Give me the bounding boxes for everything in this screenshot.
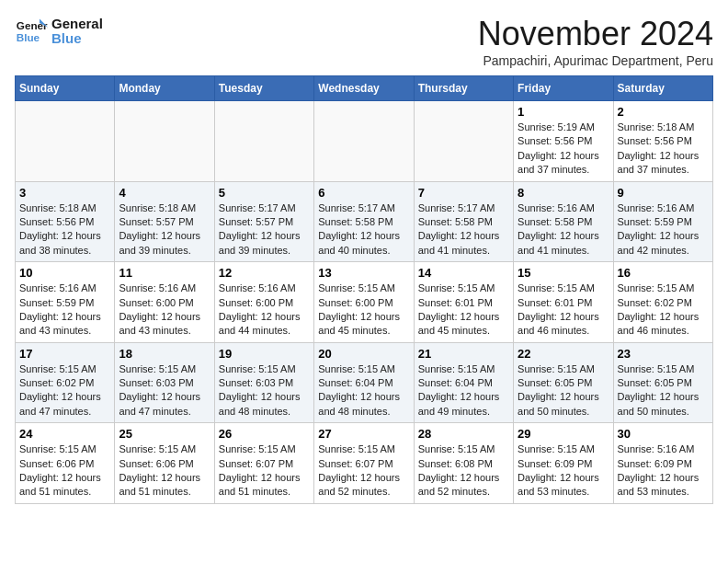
calendar-cell: 2Sunrise: 5:18 AM Sunset: 5:56 PM Daylig… [613, 101, 712, 182]
weekday-header: Sunday [16, 76, 115, 101]
day-number: 25 [119, 427, 210, 441]
day-info: Sunrise: 5:18 AM Sunset: 5:56 PM Dayligh… [618, 121, 709, 178]
svg-text:General: General [17, 19, 48, 31]
calendar-cell: 13Sunrise: 5:15 AM Sunset: 6:00 PM Dayli… [314, 262, 414, 343]
day-info: Sunrise: 5:15 AM Sunset: 6:05 PM Dayligh… [618, 362, 709, 419]
calendar-cell: 24Sunrise: 5:15 AM Sunset: 6:06 PM Dayli… [16, 423, 115, 504]
calendar-week-row: 17Sunrise: 5:15 AM Sunset: 6:02 PM Dayli… [16, 342, 713, 423]
calendar-cell [214, 101, 313, 182]
weekday-header: Tuesday [214, 76, 313, 101]
day-info: Sunrise: 5:16 AM Sunset: 5:59 PM Dayligh… [19, 282, 110, 339]
day-info: Sunrise: 5:15 AM Sunset: 6:08 PM Dayligh… [418, 442, 509, 500]
day-number: 9 [618, 186, 709, 200]
day-number: 17 [19, 347, 110, 361]
calendar-cell: 9Sunrise: 5:16 AM Sunset: 5:59 PM Daylig… [613, 181, 712, 262]
calendar-cell: 6Sunrise: 5:17 AM Sunset: 5:58 PM Daylig… [314, 181, 414, 262]
day-info: Sunrise: 5:17 AM Sunset: 5:58 PM Dayligh… [318, 201, 409, 259]
calendar-cell: 30Sunrise: 5:16 AM Sunset: 6:09 PM Dayli… [613, 423, 712, 504]
day-number: 24 [19, 427, 110, 441]
calendar-cell: 16Sunrise: 5:15 AM Sunset: 6:02 PM Dayli… [613, 262, 712, 343]
day-number: 3 [19, 186, 110, 200]
day-number: 19 [219, 347, 310, 361]
day-number: 16 [618, 266, 709, 280]
day-info: Sunrise: 5:15 AM Sunset: 6:04 PM Dayligh… [418, 362, 509, 419]
day-info: Sunrise: 5:15 AM Sunset: 6:05 PM Dayligh… [518, 362, 609, 419]
day-info: Sunrise: 5:15 AM Sunset: 6:01 PM Dayligh… [518, 282, 609, 339]
calendar-cell: 5Sunrise: 5:17 AM Sunset: 5:57 PM Daylig… [214, 181, 313, 262]
calendar-cell: 4Sunrise: 5:18 AM Sunset: 5:57 PM Daylig… [115, 181, 214, 262]
page-header: General Blue General Blue November 2024 … [15, 15, 713, 68]
day-number: 27 [318, 427, 409, 441]
day-info: Sunrise: 5:16 AM Sunset: 5:59 PM Dayligh… [618, 201, 709, 259]
location-subtitle: Pampachiri, Apurimac Department, Peru [478, 53, 713, 68]
logo: General Blue General Blue [15, 15, 103, 48]
weekday-header: Friday [514, 76, 613, 101]
calendar-cell: 7Sunrise: 5:17 AM Sunset: 5:58 PM Daylig… [414, 181, 513, 262]
logo-icon: General Blue [15, 15, 48, 48]
day-number: 28 [418, 427, 509, 441]
logo-line1: General [51, 17, 103, 32]
calendar-cell: 26Sunrise: 5:15 AM Sunset: 6:07 PM Dayli… [214, 423, 313, 504]
weekday-header: Monday [115, 76, 214, 101]
calendar-cell: 15Sunrise: 5:15 AM Sunset: 6:01 PM Dayli… [514, 262, 613, 343]
calendar-cell: 28Sunrise: 5:15 AM Sunset: 6:08 PM Dayli… [414, 423, 513, 504]
day-info: Sunrise: 5:16 AM Sunset: 6:00 PM Dayligh… [119, 282, 210, 339]
day-info: Sunrise: 5:15 AM Sunset: 6:00 PM Dayligh… [318, 282, 409, 339]
day-info: Sunrise: 5:16 AM Sunset: 5:58 PM Dayligh… [518, 201, 609, 259]
day-info: Sunrise: 5:15 AM Sunset: 6:03 PM Dayligh… [119, 362, 210, 419]
day-info: Sunrise: 5:15 AM Sunset: 6:02 PM Dayligh… [618, 282, 709, 339]
calendar-cell: 8Sunrise: 5:16 AM Sunset: 5:58 PM Daylig… [514, 181, 613, 262]
weekday-header: Saturday [613, 76, 712, 101]
day-number: 20 [318, 347, 409, 361]
day-number: 29 [518, 427, 609, 441]
calendar-cell: 10Sunrise: 5:16 AM Sunset: 5:59 PM Dayli… [16, 262, 115, 343]
calendar-cell [414, 101, 513, 182]
calendar-cell: 19Sunrise: 5:15 AM Sunset: 6:03 PM Dayli… [214, 342, 313, 423]
calendar-cell: 11Sunrise: 5:16 AM Sunset: 6:00 PM Dayli… [115, 262, 214, 343]
day-info: Sunrise: 5:15 AM Sunset: 6:07 PM Dayligh… [219, 442, 310, 500]
calendar-cell: 27Sunrise: 5:15 AM Sunset: 6:07 PM Dayli… [314, 423, 414, 504]
calendar-cell: 22Sunrise: 5:15 AM Sunset: 6:05 PM Dayli… [514, 342, 613, 423]
day-number: 7 [418, 186, 509, 200]
day-number: 13 [318, 266, 409, 280]
day-number: 11 [119, 266, 210, 280]
day-number: 8 [518, 186, 609, 200]
day-info: Sunrise: 5:15 AM Sunset: 6:03 PM Dayligh… [219, 362, 310, 419]
day-info: Sunrise: 5:15 AM Sunset: 6:02 PM Dayligh… [19, 362, 110, 419]
day-number: 21 [418, 347, 509, 361]
calendar-cell [314, 101, 414, 182]
day-info: Sunrise: 5:19 AM Sunset: 5:56 PM Dayligh… [518, 121, 609, 178]
day-number: 2 [618, 105, 709, 119]
day-info: Sunrise: 5:18 AM Sunset: 5:56 PM Dayligh… [19, 201, 110, 259]
calendar-cell: 29Sunrise: 5:15 AM Sunset: 6:09 PM Dayli… [514, 423, 613, 504]
day-number: 23 [618, 347, 709, 361]
calendar-cell: 25Sunrise: 5:15 AM Sunset: 6:06 PM Dayli… [115, 423, 214, 504]
calendar-cell: 20Sunrise: 5:15 AM Sunset: 6:04 PM Dayli… [314, 342, 414, 423]
day-info: Sunrise: 5:15 AM Sunset: 6:06 PM Dayligh… [19, 442, 110, 500]
calendar-week-row: 3Sunrise: 5:18 AM Sunset: 5:56 PM Daylig… [16, 181, 713, 262]
calendar-cell: 14Sunrise: 5:15 AM Sunset: 6:01 PM Dayli… [414, 262, 513, 343]
day-info: Sunrise: 5:15 AM Sunset: 6:01 PM Dayligh… [418, 282, 509, 339]
day-number: 12 [219, 266, 310, 280]
day-number: 5 [219, 186, 310, 200]
day-info: Sunrise: 5:17 AM Sunset: 5:57 PM Dayligh… [219, 201, 310, 259]
day-number: 18 [119, 347, 210, 361]
day-info: Sunrise: 5:15 AM Sunset: 6:04 PM Dayligh… [318, 362, 409, 419]
logo-line2: Blue [51, 31, 103, 47]
day-number: 30 [618, 427, 709, 441]
calendar-cell [16, 101, 115, 182]
day-number: 14 [418, 266, 509, 280]
svg-text:Blue: Blue [17, 31, 40, 43]
calendar-cell: 1Sunrise: 5:19 AM Sunset: 5:56 PM Daylig… [514, 101, 613, 182]
calendar-cell: 3Sunrise: 5:18 AM Sunset: 5:56 PM Daylig… [16, 181, 115, 262]
calendar-week-row: 1Sunrise: 5:19 AM Sunset: 5:56 PM Daylig… [16, 101, 713, 182]
day-info: Sunrise: 5:15 AM Sunset: 6:07 PM Dayligh… [318, 442, 409, 500]
calendar-cell: 21Sunrise: 5:15 AM Sunset: 6:04 PM Dayli… [414, 342, 513, 423]
day-number: 26 [219, 427, 310, 441]
calendar-cell: 17Sunrise: 5:15 AM Sunset: 6:02 PM Dayli… [16, 342, 115, 423]
day-number: 1 [518, 105, 609, 119]
weekday-header-row: SundayMondayTuesdayWednesdayThursdayFrid… [16, 76, 713, 101]
calendar-cell: 23Sunrise: 5:15 AM Sunset: 6:05 PM Dayli… [613, 342, 712, 423]
day-info: Sunrise: 5:16 AM Sunset: 6:09 PM Dayligh… [618, 442, 709, 500]
calendar-week-row: 24Sunrise: 5:15 AM Sunset: 6:06 PM Dayli… [16, 423, 713, 504]
